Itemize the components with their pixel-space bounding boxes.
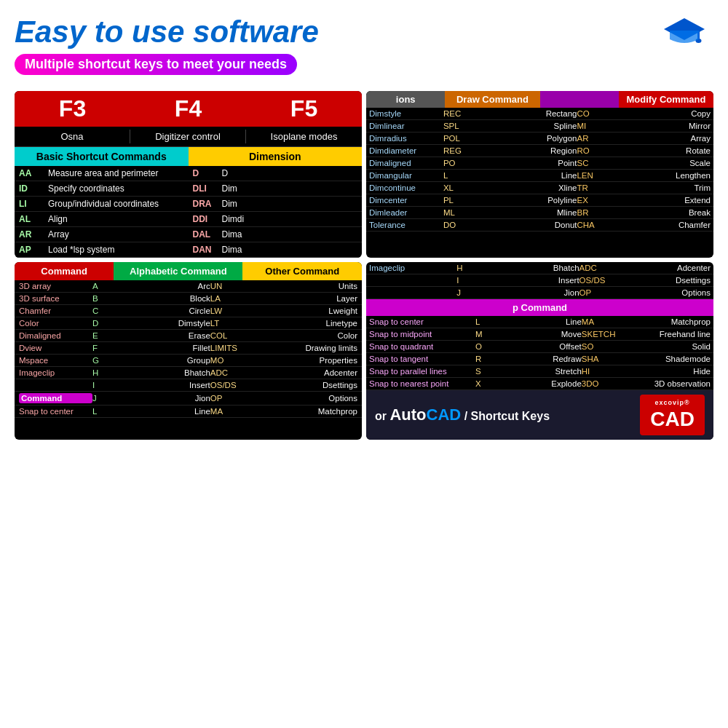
command-header: Command [15, 262, 114, 280]
modify-command-header: Modify Command [619, 91, 713, 108]
list-item: LIGroup/individual coordinates [15, 197, 189, 212]
table-row: IInsertOS/DSDsettings [15, 379, 362, 392]
fn-header: F3 F4 F5 [15, 91, 362, 127]
f5-key: F5 [246, 95, 362, 122]
list-item: DDIDimdi [189, 212, 363, 227]
basic-header: Basic Shortcut Commands Dimension [15, 147, 362, 166]
snap-command-header: p Command [366, 299, 713, 316]
table-row: Snap to quadrantOOffsetSOSolid [366, 341, 713, 353]
table-row: IInsertOS/DSDsettings [366, 274, 713, 287]
f3-key: F3 [15, 95, 130, 122]
table-row: ColorDDimstyleLTLinetype [15, 317, 362, 330]
table-row: 3D arrayAArcUNUnits [15, 280, 362, 293]
table-row: ToleranceDODonutCHAChamfer [366, 219, 713, 232]
list-item: IDSpecify coordinates [15, 181, 189, 197]
table-row: DimalignedPOPointSCScale [366, 157, 713, 170]
table-row: ChamferCCircleLWLweight [15, 305, 362, 317]
table-row: DimcontinueXLXlineTRTrim [366, 182, 713, 194]
table-row: Snap to centerLLineMAMatchprop [366, 316, 713, 328]
f3-desc: Osna [15, 130, 130, 143]
table-row: DimleaderMLMlineBRBreak [366, 207, 713, 219]
table-row: MspaceGGroupMOProperties [15, 355, 362, 367]
tr-h1: ions [366, 91, 445, 108]
brand-product: CAD [650, 408, 695, 431]
fn-desc: Osna Digitizer control Isoplane modes [15, 127, 362, 147]
brand-name: excovip® [655, 399, 690, 406]
brand-box: excovip® CAD [640, 395, 705, 435]
basic-right-col: DD DLIDim DRADim DDIDimdi DALDima DANDim… [189, 166, 363, 258]
table-row: ImageclipHBhatchADCAdcenter [366, 262, 713, 274]
br-top-rows: ImageclipHBhatchADCAdcenter IInsertOS/DS… [366, 262, 713, 299]
footer-text: or AutoCAD / Shortcut Keys [375, 405, 550, 424]
table-row: DimlinearSPLSplineMIMirror [366, 120, 713, 132]
page-wrapper: Easy to use software Multiple shortcut k… [0, 0, 728, 728]
card-bot-right: ImageclipHBhatchADCAdcenter IInsertOS/DS… [366, 262, 713, 440]
subtitle-badge: Multiple shortcut keys to meet your need… [15, 54, 297, 75]
table-row: DimdiameterREGRegionRORotate [366, 145, 713, 157]
f5-desc: Isoplane modes [246, 130, 362, 143]
list-item: DANDima [189, 242, 363, 258]
table-row: Snap to tangentRRedrawSHAShademode [366, 353, 713, 365]
list-item: AAMeasure area and perimeter [15, 166, 189, 181]
table-row: DimcenterPLPolylineEXExtend [366, 194, 713, 207]
basic-shortcut-header: Basic Shortcut Commands [15, 147, 189, 166]
list-item: ALAlign [15, 212, 189, 227]
table-row: DimalignedEEraseCOLColor [15, 330, 362, 342]
f4-desc: Digitizer control [130, 130, 246, 143]
table-row: DimstyleRECRectangCOCopy [366, 108, 713, 120]
list-item: DD [189, 166, 363, 181]
other-command-header: Other Command [242, 262, 362, 280]
cards-grid: F3 F4 F5 Osna Digitizer control Isoplane… [15, 91, 713, 440]
table-row: DimangularLLineLENLengthen [366, 170, 713, 182]
graduation-cap-icon [662, 15, 706, 51]
card-bot-left: Command Alphabetic Command Other Command… [15, 262, 362, 440]
table-row: ImageclipHBhatchADCAdcenter [15, 367, 362, 379]
br-snap-rows: Snap to centerLLineMAMatchprop Snap to m… [366, 316, 713, 390]
main-title: Easy to use software [15, 15, 713, 50]
table-row: Snap to parallel linesSStretchHIHide [366, 365, 713, 378]
table-row: JJionOPOptions [366, 287, 713, 299]
dimension-header: Dimension [189, 147, 363, 166]
footer-label: or AutoCAD / Shortcut Keys [375, 410, 550, 422]
footer-bar: or AutoCAD / Shortcut Keys excovip® CAD [366, 390, 713, 440]
list-item: DRADim [189, 197, 363, 212]
list-item: ARArray [15, 227, 189, 242]
list-item: DALDima [189, 227, 363, 242]
basic-left-col: AAMeasure area and perimeter IDSpecify c… [15, 166, 189, 258]
draw-command-header: Draw Command [445, 91, 539, 108]
tr-header: ions Draw Command Modify Command [366, 91, 713, 108]
list-item: DLIDim [189, 181, 363, 197]
table-row: DimradiusPOLPolygonARArray [366, 132, 713, 145]
f4-key: F4 [130, 95, 246, 122]
table-row: DviewFFilletLIMITSDrawing limits [15, 342, 362, 355]
table-row: Snap to nearest pointXExplode3DO3D obser… [366, 378, 713, 390]
table-row: Snap to midpointMMoveSKETCHFreehand line [366, 328, 713, 341]
card-top-right: ions Draw Command Modify Command Dimstyl… [366, 91, 713, 258]
tr-rows: DimstyleRECRectangCOCopy DimlinearSPLSpl… [366, 108, 713, 232]
alphabetic-command-header: Alphabetic Command [114, 262, 242, 280]
table-row: 3D surfaceBBlockLALayer [15, 293, 362, 305]
bl-header: Command Alphabetic Command Other Command [15, 262, 362, 280]
table-row: CommandJJionOPOptions [15, 392, 362, 405]
header-section: Easy to use software Multiple shortcut k… [15, 15, 713, 84]
tr-h3 [540, 91, 619, 108]
bl-rows: 3D arrayAArcUNUnits 3D surfaceBBlockLALa… [15, 280, 362, 418]
basic-rows: AAMeasure area and perimeter IDSpecify c… [15, 166, 362, 258]
table-row: Snap to centerLLineMAMatchprop [15, 405, 362, 418]
list-item: APLoad *lsp system [15, 242, 189, 258]
card-top-left: F3 F4 F5 Osna Digitizer control Isoplane… [15, 91, 362, 258]
